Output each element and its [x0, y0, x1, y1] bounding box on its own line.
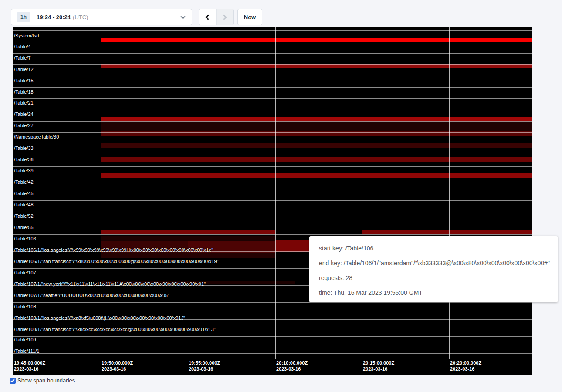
- time-range-duration-badge: 1h: [17, 12, 30, 22]
- grid-vline: [449, 27, 450, 359]
- axis-tick-time: 20:15:00.000Z: [363, 360, 394, 366]
- row-label: /Table/107: [14, 270, 36, 275]
- grid-hline: [13, 223, 532, 223]
- row-label: /Table/109: [14, 337, 36, 342]
- grid-hline: [13, 166, 532, 167]
- axis-tick-time: 20:10:00.000Z: [276, 360, 308, 366]
- row-label: /Table/48: [14, 202, 34, 207]
- heat-band: [101, 131, 532, 136]
- axis-tick-date: 2023-03-16: [363, 366, 394, 372]
- row-label: /Table/107/1/"seattle"/"UUUUUUD\x00\x80\…: [14, 293, 169, 298]
- grid-hline: [13, 348, 532, 348]
- grid-vline: [188, 27, 188, 359]
- grid-hline: [13, 302, 532, 303]
- grid-hline: [13, 87, 532, 88]
- axis-tick: 20:15:00.000Z2023-03-16: [363, 360, 394, 372]
- row-label: /Table/24: [14, 112, 34, 117]
- row-label: /Table/52: [14, 213, 34, 219]
- row-label: /Table/4: [14, 44, 31, 49]
- axis-tick: 20:10:00.000Z2023-03-16: [276, 360, 308, 372]
- row-label: /Table/55: [14, 225, 34, 230]
- grid-hline: [13, 144, 532, 144]
- show-span-boundaries-label: Show span boundaries: [17, 377, 75, 384]
- axis-tick-date: 2023-03-16: [276, 366, 308, 372]
- show-span-boundaries-checkbox[interactable]: [10, 378, 16, 384]
- row-label: /Table/111/1: [14, 348, 39, 354]
- row-label: /Table/108/1/"san francisco"/"\x8c\xcc\x…: [14, 327, 216, 332]
- row-label: /Table/36: [14, 157, 34, 162]
- row-label: /Table/12: [14, 67, 34, 72]
- key-visualizer-canvas[interactable]: /System/tsd/Table/4/Table/7/Table/12/Tab…: [13, 27, 532, 375]
- grid-hline: [13, 359, 532, 359]
- row-label: /Table/39: [14, 168, 34, 173]
- grid-hline: [13, 53, 532, 54]
- heat-band: [101, 121, 532, 131]
- grid-vline: [532, 27, 532, 359]
- axis-tick-date: 2023-03-16: [450, 366, 481, 372]
- axis-tick: 19:50:00.000Z2023-03-16: [102, 360, 133, 372]
- row-label: /Table/7: [14, 55, 31, 61]
- grid-hline: [13, 336, 532, 337]
- chevron-left-icon: [206, 14, 211, 20]
- axis-tick-time: 19:55:00.000Z: [189, 360, 220, 366]
- grid-hline: [13, 30, 532, 31]
- grid-hline: [13, 308, 532, 308]
- axis-tick-time: 19:45:00.000Z: [14, 360, 45, 366]
- span-tooltip: start key: /Table/106end key: /Table/106…: [309, 236, 558, 302]
- row-label: /System/tsd: [14, 33, 39, 38]
- previous-range-button[interactable]: [199, 9, 216, 25]
- tooltip-line: start key: /Table/106: [319, 241, 548, 256]
- grid-hline: [13, 42, 532, 42]
- grid-vline: [275, 27, 276, 359]
- time-range-timezone: (UTC): [73, 14, 88, 20]
- row-label: /Table/42: [14, 179, 34, 185]
- row-label: /Table/107/1/"new york"/"\x11\x11\x11\x1…: [14, 281, 206, 287]
- axis-tick: 19:45:00.000Z2023-03-16: [14, 360, 45, 372]
- row-label: /Table/18: [14, 89, 34, 95]
- toolbar: 1h 19:24 - 20:24 (UTC) Now: [0, 0, 562, 27]
- axis-tick-date: 2023-03-16: [102, 366, 133, 372]
- now-button[interactable]: Now: [237, 9, 262, 25]
- row-label: /Table/45: [14, 191, 34, 196]
- grid-hline: [13, 200, 532, 201]
- grid-hline: [13, 76, 532, 76]
- grid-hline: [13, 314, 532, 314]
- row-label: /Table/21: [14, 100, 34, 105]
- grid-hline: [13, 353, 532, 354]
- axis-tick-time: 19:50:00.000Z: [102, 360, 133, 366]
- row-label: /Table/106/1/"los angeles"/"\x99\x99\x99…: [14, 247, 213, 253]
- row-label: /Table/27: [14, 123, 34, 128]
- tooltip-line: end key: /Table/106/1/"amsterdam"/"\xb33…: [319, 256, 548, 270]
- grid-hline: [13, 212, 532, 212]
- grid-hline: [13, 64, 532, 65]
- chevron-right-icon: [221, 14, 227, 20]
- row-label: /Table/106/1/"san francisco"/"\x80\x00\x…: [14, 259, 219, 264]
- grid-hline: [13, 178, 532, 178]
- grid-hline: [13, 98, 532, 99]
- grid-vline: [362, 27, 362, 359]
- grid-vline: [101, 27, 101, 359]
- grid-hline: [13, 189, 532, 189]
- grid-hline: [13, 342, 532, 342]
- row-label: /Table/108/1/"los angeles"/"\xa8\xf5\u00…: [14, 315, 185, 321]
- heat-band: [101, 157, 532, 162]
- heat-band: [101, 117, 532, 121]
- grid-hline: [13, 132, 532, 133]
- next-range-button[interactable]: [216, 9, 233, 25]
- grid-hline: [13, 121, 532, 122]
- heat-band: [362, 230, 532, 234]
- axis-tick-time: 20:20:00.000Z: [450, 360, 481, 366]
- grid-hline: [13, 234, 532, 235]
- time-range-label: 19:24 - 20:24: [37, 14, 71, 20]
- footer: Show span boundaries: [10, 377, 75, 384]
- chevron-down-icon: [180, 14, 185, 19]
- grid-hline: [13, 325, 532, 325]
- row-label: /Table/108: [14, 304, 36, 309]
- tooltip-line: requests: 28: [319, 270, 548, 285]
- time-range-selector[interactable]: 1h 19:24 - 20:24 (UTC): [11, 9, 192, 25]
- row-label: /Table/15: [14, 78, 34, 83]
- axis-tick-date: 2023-03-16: [189, 366, 220, 372]
- grid-hline: [13, 155, 532, 155]
- row-label: /Table/33: [14, 145, 34, 151]
- axis-tick: 20:20:00.000Z2023-03-16: [450, 360, 481, 372]
